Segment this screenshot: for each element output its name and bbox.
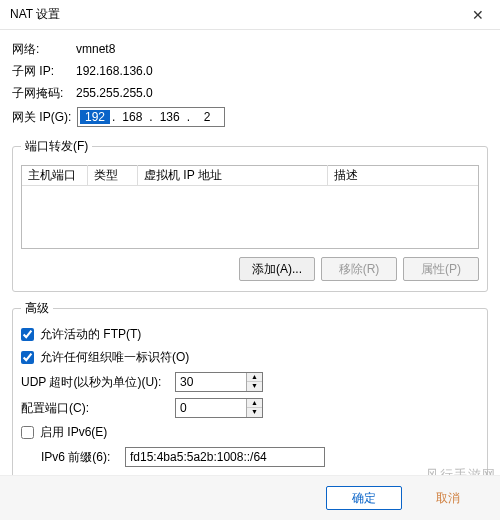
advanced-legend: 高级	[21, 300, 53, 317]
close-icon[interactable]: ✕	[464, 7, 492, 23]
col-host-port[interactable]: 主机端口	[22, 165, 88, 186]
config-port-input[interactable]	[176, 401, 246, 415]
enable-ipv6-label: 启用 IPv6(E)	[40, 424, 107, 441]
ipv6-prefix-label: IPv6 前缀(6):	[41, 449, 121, 466]
gateway-label: 网关 IP(G):	[12, 109, 77, 126]
subnet-ip-label: 子网 IP:	[12, 62, 76, 80]
gateway-ip-input[interactable]: 192 . 168 . 136 . 2	[77, 107, 225, 127]
allow-org-oui-label: 允许任何组织唯一标识符(O)	[40, 349, 189, 366]
ip-dot: .	[110, 110, 117, 124]
config-port-label: 配置端口(C):	[21, 400, 171, 417]
enable-ipv6-checkbox[interactable]	[21, 426, 34, 439]
dialog-title: NAT 设置	[10, 6, 60, 23]
gateway-seg4[interactable]: 2	[192, 110, 222, 124]
udp-timeout-field[interactable]: ▲ ▼	[175, 372, 263, 392]
udp-timeout-label: UDP 超时(以秒为单位)(U):	[21, 374, 171, 391]
port-forward-table[interactable]: 主机端口 类型 虚拟机 IP 地址 描述	[21, 165, 479, 249]
gateway-seg2[interactable]: 168	[117, 110, 147, 124]
port-forward-group: 端口转发(F) 主机端口 类型 虚拟机 IP 地址 描述 添加(A)... 移除…	[12, 138, 488, 292]
udp-timeout-input[interactable]	[176, 375, 246, 389]
cancel-button[interactable]: 取消	[410, 486, 486, 510]
network-label: 网络:	[12, 40, 76, 58]
remove-button: 移除(R)	[321, 257, 397, 281]
enable-ipv6-row[interactable]: 启用 IPv6(E)	[21, 424, 107, 441]
subnet-ip-value: 192.168.136.0	[76, 62, 153, 80]
ip-dot: .	[147, 110, 154, 124]
properties-button: 属性(P)	[403, 257, 479, 281]
spin-down-icon[interactable]: ▼	[247, 382, 262, 391]
spin-up-icon[interactable]: ▲	[247, 373, 262, 382]
subnet-mask-value: 255.255.255.0	[76, 84, 153, 102]
ip-dot: .	[185, 110, 192, 124]
col-vm-ip[interactable]: 虚拟机 IP 地址	[138, 165, 328, 186]
port-forward-legend: 端口转发(F)	[21, 138, 92, 155]
config-port-field[interactable]: ▲ ▼	[175, 398, 263, 418]
col-type[interactable]: 类型	[88, 165, 138, 186]
ipv6-prefix-input[interactable]	[125, 447, 325, 467]
gateway-seg1[interactable]: 192	[80, 110, 110, 124]
allow-org-oui-checkbox[interactable]	[21, 351, 34, 364]
ok-button[interactable]: 确定	[326, 486, 402, 510]
allow-active-ftp-row[interactable]: 允许活动的 FTP(T)	[21, 326, 141, 343]
allow-active-ftp-label: 允许活动的 FTP(T)	[40, 326, 141, 343]
allow-org-oui-row[interactable]: 允许任何组织唯一标识符(O)	[21, 349, 189, 366]
add-button[interactable]: 添加(A)...	[239, 257, 315, 281]
allow-active-ftp-checkbox[interactable]	[21, 328, 34, 341]
advanced-group: 高级 允许活动的 FTP(T) 允许任何组织唯一标识符(O) UDP 超时(以秒…	[12, 300, 488, 481]
network-value: vmnet8	[76, 40, 115, 58]
spin-up-icon[interactable]: ▲	[247, 399, 262, 408]
subnet-mask-label: 子网掩码:	[12, 84, 76, 102]
spin-down-icon[interactable]: ▼	[247, 408, 262, 417]
gateway-seg3[interactable]: 136	[155, 110, 185, 124]
port-forward-rows[interactable]	[22, 186, 478, 248]
col-desc[interactable]: 描述	[328, 165, 478, 186]
